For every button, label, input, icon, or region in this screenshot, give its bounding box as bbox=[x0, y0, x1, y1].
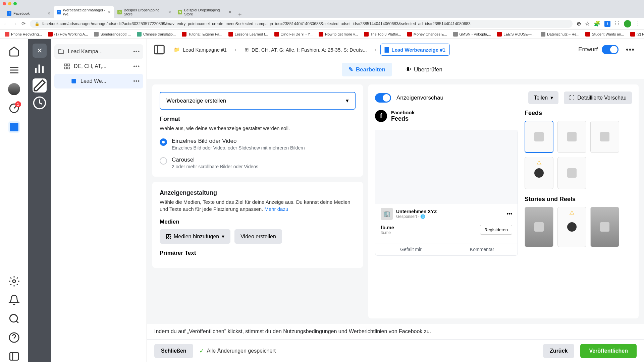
close-icon[interactable]: × bbox=[168, 9, 171, 15]
browser-tab[interactable]: SBeispiel Dropshipping Store× bbox=[174, 6, 235, 18]
placement-thumb[interactable] bbox=[557, 157, 586, 189]
bookmark[interactable]: Chinese translatio... bbox=[137, 32, 176, 37]
publish-button[interactable]: Veröffentlichen bbox=[580, 344, 637, 358]
crumb-ad[interactable]: ▇Lead Werbeanzeige #1 bbox=[380, 44, 450, 56]
add-media-button[interactable]: 🖼Medien hinzufügen▾ bbox=[160, 229, 230, 244]
share-button[interactable]: Teilen▾ bbox=[528, 91, 558, 104]
more-icon[interactable]: ••• bbox=[133, 63, 140, 69]
bookmark[interactable]: How to get more v... bbox=[319, 32, 358, 37]
star-icon[interactable]: ☆ bbox=[585, 20, 590, 27]
placement-thumb[interactable] bbox=[590, 207, 619, 247]
close-window[interactable] bbox=[3, 2, 6, 5]
browser-tab[interactable]: fWerbeanzeigenmanager - We...× bbox=[54, 6, 114, 18]
extension-icon[interactable]: 🧩 bbox=[594, 20, 600, 27]
form-column: Werbeanzeige erstellen▾ Format Wähle aus… bbox=[152, 84, 363, 318]
minimize-window[interactable] bbox=[8, 2, 11, 5]
more-icon[interactable]: ••• bbox=[506, 211, 512, 217]
chevron-down-icon: ▾ bbox=[346, 97, 349, 104]
bookmark[interactable]: Qing Fei De Yi - Y... bbox=[274, 32, 313, 37]
help-icon[interactable] bbox=[8, 332, 20, 343]
bookmark[interactable]: Sonderangebot! ... bbox=[94, 32, 131, 37]
back-icon[interactable]: ← bbox=[3, 21, 8, 26]
forward-icon[interactable]: → bbox=[12, 21, 17, 26]
gauge-icon[interactable]: 1 bbox=[8, 103, 20, 114]
learn-more-link[interactable]: Mehr dazu bbox=[264, 206, 288, 212]
placement-thumb[interactable] bbox=[525, 121, 553, 153]
format-option-single[interactable]: Einzelnes Bild oder VideoEinzelnes Bild … bbox=[160, 138, 356, 150]
pencil-icon[interactable] bbox=[33, 78, 47, 93]
collapse-icon[interactable] bbox=[8, 351, 20, 362]
close-icon[interactable]: × bbox=[229, 9, 231, 15]
back-button[interactable]: Zurück bbox=[543, 344, 574, 358]
profile-avatar-icon[interactable] bbox=[624, 20, 631, 27]
tab-edit[interactable]: ✎Bearbeiten bbox=[342, 63, 392, 76]
bookmark[interactable]: Money Changes E... bbox=[407, 32, 447, 37]
crumb-campaign[interactable]: 📁Lead Kampagne #1 bbox=[170, 44, 231, 55]
placement-thumb[interactable] bbox=[557, 121, 586, 153]
more-icon[interactable]: ••• bbox=[623, 45, 638, 54]
bookmark[interactable]: LEE'S HOUSE—... bbox=[497, 32, 535, 37]
url-input[interactable]: 🔒facebook.com/adsmanager/manage/ads/edit… bbox=[30, 20, 573, 28]
maximize-window[interactable] bbox=[13, 2, 17, 5]
cta-button[interactable]: Registrieren bbox=[480, 225, 512, 235]
close-icon[interactable]: × bbox=[48, 11, 50, 16]
comment-button[interactable]: Kommentar bbox=[446, 243, 518, 255]
create-video-button[interactable]: Video erstellen bbox=[234, 229, 282, 244]
shield-icon[interactable]: 🛡 bbox=[614, 21, 620, 27]
placement-thumb[interactable]: ⚠ bbox=[525, 157, 553, 189]
like-button[interactable]: Gefällt mir bbox=[375, 243, 446, 255]
browser-tab[interactable]: SBeispiel Dropshipping Store× bbox=[114, 6, 174, 18]
crumb-adset[interactable]: ⊞DE, CH, AT, G: Alle, I: Fashion, A: 25-… bbox=[240, 44, 371, 55]
bell-icon[interactable] bbox=[8, 294, 20, 306]
draft-toggle[interactable] bbox=[602, 45, 619, 54]
tree-adset[interactable]: DE, CH, AT,... ••• bbox=[54, 59, 143, 74]
placement-label: Feeds bbox=[391, 115, 415, 122]
draft-label: Entwurf bbox=[578, 46, 598, 53]
home-icon[interactable] bbox=[8, 46, 20, 57]
placement-thumb[interactable] bbox=[525, 207, 553, 247]
placement-thumb[interactable] bbox=[590, 121, 619, 153]
platform-header: f FacebookFeeds bbox=[375, 110, 518, 122]
bookmark[interactable]: GMSN - Vologda,... bbox=[453, 32, 491, 37]
new-tab-button[interactable]: + bbox=[235, 11, 245, 18]
reload-icon[interactable]: ⟳ bbox=[21, 21, 26, 27]
bookmark[interactable]: Datenschutz – Re... bbox=[541, 32, 580, 37]
close-button[interactable]: Schließen bbox=[154, 344, 193, 358]
bookmark[interactable]: (1) How Working A... bbox=[48, 32, 88, 37]
clock-icon[interactable] bbox=[33, 96, 47, 110]
panel-toggle-icon[interactable] bbox=[153, 43, 166, 56]
ad-type-select[interactable]: Werbeanzeige erstellen▾ bbox=[160, 92, 356, 110]
more-icon[interactable]: ••• bbox=[133, 78, 140, 84]
browser-tab[interactable]: fFacebook× bbox=[3, 9, 54, 18]
preview-toggle[interactable] bbox=[375, 93, 391, 103]
menu-icon[interactable]: ⋮ bbox=[635, 20, 641, 27]
more-icon[interactable]: ••• bbox=[133, 49, 140, 55]
primary-text-heading: Primärer Text bbox=[160, 250, 356, 256]
bookmark[interactable]: Phone Recycling... bbox=[5, 32, 42, 37]
placement-thumb[interactable]: ⚠ bbox=[557, 207, 586, 247]
chart-icon[interactable] bbox=[33, 61, 47, 75]
search-icon[interactable] bbox=[8, 313, 20, 324]
tree-campaign[interactable]: Lead Kampa... ••• bbox=[54, 44, 143, 59]
bookmark[interactable]: Lessons Learned f... bbox=[228, 32, 268, 37]
detailed-preview-button[interactable]: ⛶Detaillierte Vorschau bbox=[564, 92, 632, 104]
search-in-page-icon[interactable]: ⊕ bbox=[577, 20, 581, 27]
bookmark-icon bbox=[228, 32, 233, 37]
disclaimer: Indem du auf „Veröffentlichen" klickst, … bbox=[147, 324, 644, 339]
tree-ad[interactable]: Lead We... ••• bbox=[54, 74, 143, 88]
bookmark-icon bbox=[407, 32, 412, 37]
close-icon[interactable]: × bbox=[108, 9, 111, 15]
bookmark[interactable]: Tutorial: Eigene Fa... bbox=[182, 32, 222, 37]
gear-icon[interactable] bbox=[8, 276, 20, 287]
close-editor-button[interactable]: ✕ bbox=[33, 44, 47, 58]
ads-table-icon[interactable] bbox=[8, 121, 20, 133]
menu-icon[interactable] bbox=[8, 64, 20, 76]
bookmark[interactable]: The Top 3 Platfor... bbox=[364, 32, 401, 37]
bookmark[interactable]: Student Wants an... bbox=[585, 32, 624, 37]
fb-ext-icon[interactable]: f bbox=[604, 21, 610, 27]
format-option-carousel[interactable]: Carousel2 oder mehr scrollbare Bilder od… bbox=[160, 157, 356, 169]
bookmark[interactable]: (2) How To Add A... bbox=[630, 32, 644, 37]
terms-link[interactable]: Nutzungsbedingungen und Werberichtlinien bbox=[283, 328, 387, 334]
tab-review[interactable]: 👁Überprüfen bbox=[399, 63, 449, 76]
user-avatar[interactable] bbox=[8, 83, 20, 95]
